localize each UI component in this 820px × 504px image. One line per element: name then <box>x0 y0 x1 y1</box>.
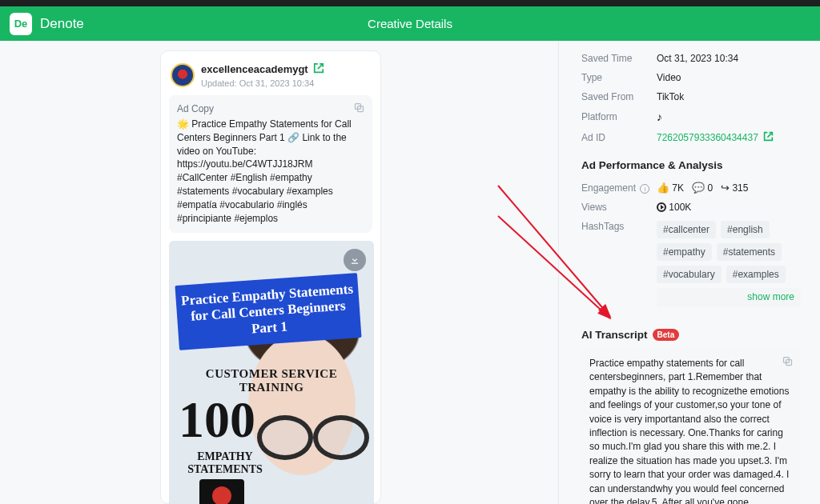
tiktok-icon: ♪ <box>657 110 662 123</box>
content-area: excellenceacademygt Updated: Oct 31, 202… <box>0 41 820 504</box>
download-button[interactable] <box>344 249 366 271</box>
show-more-link[interactable]: show more <box>747 291 794 302</box>
glasses-illustration <box>257 415 369 454</box>
account-name[interactable]: excellenceacademygt <box>201 63 308 76</box>
views-value: 100K <box>669 202 691 213</box>
hashtag-chip[interactable]: #examples <box>726 266 786 283</box>
perf-section-title: Ad Performance & Analysis <box>581 159 801 171</box>
shares-stat: ↪ 315 <box>721 182 748 194</box>
info-icon[interactable]: i <box>640 184 649 194</box>
creative-thumbnail[interactable]: Practice Empathy Statements for Call Cen… <box>169 241 374 504</box>
saved-from-value: TikTok <box>657 91 684 102</box>
creative-caption-line1: EMPATHY <box>197 450 252 462</box>
thumbs-up-icon: 👍 <box>657 182 669 194</box>
hashtag-chip[interactable]: #callcenter <box>657 221 716 238</box>
copy-icon[interactable] <box>353 102 366 114</box>
play-icon <box>657 202 666 212</box>
meta-ad-id: Ad ID 7262057933360434437 <box>581 127 801 148</box>
ad-copy-box: Ad Copy 🌟 Practice Empathy Statements fo… <box>169 95 372 233</box>
views-label: Views <box>581 202 657 213</box>
brand-logo[interactable]: De <box>10 13 32 35</box>
hashtag-expand-bar: show more <box>657 288 801 307</box>
account-avatar[interactable] <box>171 63 195 87</box>
page-title: Creative Details <box>368 17 452 30</box>
ad-id-label: Ad ID <box>581 132 657 143</box>
perf-views: Views 100K <box>581 198 801 217</box>
comment-icon: 💬 <box>692 182 705 194</box>
engagement-label: Engagement i <box>581 182 657 194</box>
creative-banner: Practice Empathy Statements for Call Cen… <box>175 274 361 351</box>
copy-icon[interactable] <box>782 355 794 368</box>
creative-caption: EMPATHY STATEMENTS <box>177 450 273 476</box>
creative-card: excellenceacademygt Updated: Oct 31, 202… <box>160 50 381 504</box>
likes-value: 7K <box>672 182 684 194</box>
hashtag-chip[interactable]: #statements <box>717 243 782 261</box>
updated-timestamp: Updated: Oct 31, 2023 10:34 <box>201 78 324 89</box>
hashtags-label: HashTags <box>581 221 657 232</box>
transcript-box: Practice empathy statements for call cen… <box>581 349 801 504</box>
meta-platform: Platform ♪ <box>581 106 801 127</box>
hashtag-chip[interactable]: #vocabulary <box>657 266 722 283</box>
saved-time-label: Saved Time <box>581 53 657 64</box>
meta-saved-from: Saved From TikTok <box>581 87 801 106</box>
app-header: De Denote Creative Details <box>0 6 820 41</box>
likes-stat: 👍 7K <box>657 182 684 194</box>
meta-type: Type Video <box>581 68 801 87</box>
ad-copy-label: Ad Copy <box>177 103 364 114</box>
share-icon[interactable] <box>313 62 324 77</box>
brand-name: Denote <box>40 16 84 32</box>
left-pane: excellenceacademygt Updated: Oct 31, 202… <box>0 41 555 504</box>
shares-value: 315 <box>732 182 748 194</box>
external-link-icon[interactable] <box>763 131 774 144</box>
beta-badge: Beta <box>653 329 680 341</box>
badge-circle-icon <box>212 486 231 504</box>
hashtag-list: #callcenter #english #empathy #statement… <box>657 221 801 283</box>
perf-engagement: Engagement i 👍 7K 💬 0 ↪ 315 <box>581 178 801 198</box>
window-top-strip <box>0 0 820 6</box>
comments-value: 0 <box>707 182 713 194</box>
perf-hashtags: HashTags #callcenter #english #empathy #… <box>581 217 801 311</box>
views-value-wrap: 100K <box>657 202 691 213</box>
details-pane: Saved Time Oct 31, 2023 10:34 Type Video… <box>559 41 820 504</box>
transcript-header: AI Transcript Beta <box>581 329 801 341</box>
ad-copy-text: 🌟 Practice Empathy Statements for Call C… <box>177 118 364 225</box>
engagement-values: 👍 7K 💬 0 ↪ 315 <box>657 182 748 194</box>
saved-time-value: Oct 31, 2023 10:34 <box>657 53 738 64</box>
hashtag-chip[interactable]: #english <box>721 221 770 238</box>
creative-subtitle-line1: CUSTOMER SERVICE <box>206 367 337 380</box>
hashtag-chip[interactable]: #empathy <box>657 243 712 261</box>
type-value: Video <box>657 72 681 83</box>
comments-stat: 💬 0 <box>692 182 713 194</box>
type-label: Type <box>581 72 657 83</box>
transcript-title: AI Transcript <box>581 329 648 341</box>
creative-subtitle: CUSTOMER SERVICE TRAINING <box>169 367 374 394</box>
share-arrow-icon: ↪ <box>721 182 730 194</box>
meta-saved-time: Saved Time Oct 31, 2023 10:34 <box>581 49 801 68</box>
transcript-text: Practice empathy statements for call cen… <box>589 357 793 504</box>
creative-brand-badge: Excellence <box>199 479 244 504</box>
engagement-label-text: Engagement <box>581 182 636 194</box>
ad-id-value[interactable]: 7262057933360434437 <box>657 132 758 143</box>
platform-label: Platform <box>581 111 657 122</box>
card-header: excellenceacademygt Updated: Oct 31, 202… <box>169 59 372 95</box>
creative-big-number: 100 <box>179 394 255 446</box>
creative-caption-line2: STATEMENTS <box>187 463 263 475</box>
saved-from-label: Saved From <box>581 91 657 102</box>
